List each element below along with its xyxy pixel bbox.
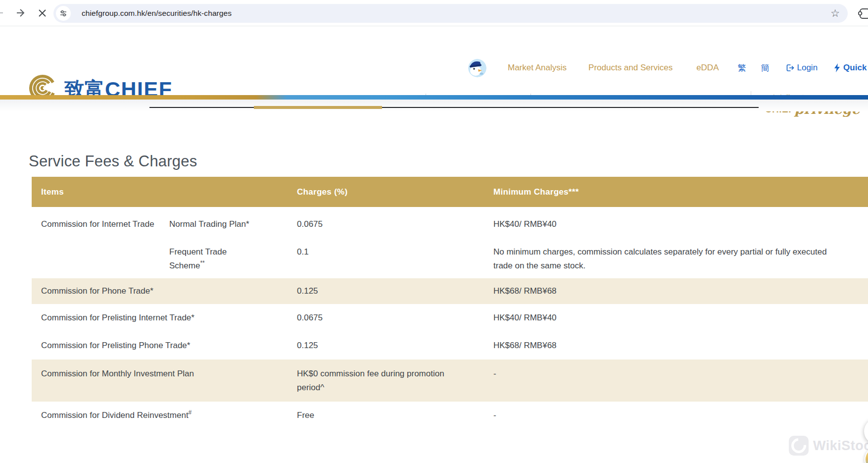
table-subrow: Normal Trading Plan* 0.0675 HK$40/ RMB¥4… <box>169 217 868 245</box>
cell-item: Commission for Internet Trade <box>41 217 160 273</box>
bookmark-star-icon[interactable]: ☆ <box>830 4 840 23</box>
cell-charge: 0.125 <box>297 339 493 353</box>
fees-table: Items Charges (%) Minimum Charges*** Com… <box>32 177 868 430</box>
tab-bar-rule <box>149 107 759 108</box>
cell-minimum: HK$68/ RMB¥68 <box>493 284 840 298</box>
cell-item: Commission for Phone Trade* <box>41 284 297 298</box>
nav-products-services[interactable]: Products and Services <box>588 63 673 73</box>
nav-edda[interactable]: eDDA <box>696 63 719 73</box>
cell-minimum: HK$40/ RMB¥40 <box>493 217 840 245</box>
cell-plan: Frequent Trade Scheme** <box>169 245 248 273</box>
cell-minimum: HK$40/ RMB¥40 <box>493 311 840 325</box>
table-subrow: Frequent Trade Scheme** 0.1 No minimum c… <box>169 245 868 273</box>
superscript: # <box>189 409 192 416</box>
table-row: Commission for Prelisting Internet Trade… <box>32 304 868 332</box>
cell-item: Commission for Monthly Investment Plan <box>41 367 297 395</box>
active-tab-indicator[interactable] <box>254 106 382 109</box>
cell-charge: 0.125 <box>297 284 493 298</box>
cell-minimum: HK$68/ RMB¥68 <box>493 339 840 353</box>
cell-charge: 0.0675 <box>297 217 493 245</box>
watermark: WikiStock <box>789 436 868 456</box>
table-row: Commission for Phone Trade* 0.125 HK$68/… <box>32 278 868 304</box>
col-header-minimum: Minimum Charges*** <box>493 187 868 197</box>
cell-item: Commission for Prelisting Internet Trade… <box>41 311 297 325</box>
col-header-items: Items <box>41 187 297 197</box>
address-bar[interactable]: chiefgroup.com.hk/en/securities/hk-charg… <box>53 4 848 23</box>
url-text[interactable]: chiefgroup.com.hk/en/securities/hk-charg… <box>82 4 232 23</box>
cell-item: Commission for Prelisting Phone Trade* <box>41 339 297 353</box>
nav-market-analysis[interactable]: Market Analysis <box>508 63 567 73</box>
brand-gradient-bar <box>0 95 868 100</box>
cell-minimum: No minimum charges, commission calculate… <box>493 245 840 273</box>
cell-plan: Normal Trading Plan* <box>169 217 297 245</box>
top-nav: Market Analysis Products and Services eD… <box>496 58 868 78</box>
table-row: Commission for Monthly Investment Plan H… <box>32 360 868 402</box>
stop-icon[interactable] <box>36 6 48 19</box>
mascot-avatar[interactable] <box>468 59 486 77</box>
login-exit-icon <box>785 63 794 72</box>
cell-charge: Free <box>297 409 493 423</box>
table-header-row: Items Charges (%) Minimum Charges*** <box>32 177 868 207</box>
table-row: Commission for Prelisting Phone Trade* 0… <box>32 332 868 360</box>
table-row: Commission for Internet Trade Normal Tra… <box>32 207 868 278</box>
table-row: Commission for Dividend Reinvestment# Fr… <box>32 402 868 430</box>
cell-charge: 0.0675 <box>297 311 493 325</box>
col-header-charges: Charges (%) <box>297 187 493 197</box>
cell-minimum: - <box>493 367 840 395</box>
header-shadow <box>0 100 868 111</box>
wikistock-logo-icon <box>789 436 809 456</box>
nav-traditional-chinese[interactable]: 繁 <box>738 62 746 74</box>
site-header: 致富CHIEF Market Analysis Products and Ser… <box>0 26 868 95</box>
cell-charge: 0.1 <box>297 245 493 273</box>
superscript: ** <box>200 259 204 266</box>
nav-login[interactable]: Login <box>785 63 818 73</box>
back-icon[interactable] <box>0 6 5 19</box>
lightning-bolt-icon <box>833 63 841 72</box>
cell-minimum: - <box>493 409 840 423</box>
browser-toolbar: chiefgroup.com.hk/en/securities/hk-charg… <box>0 0 868 26</box>
cell-charge: HK$0 commission fee during promotion per… <box>297 367 493 395</box>
nav-simplified-chinese[interactable]: 簡 <box>761 62 770 74</box>
nav-quick-links[interactable]: Quick Links <box>833 63 868 73</box>
watermark-text: WikiStock <box>813 438 868 454</box>
forward-icon[interactable] <box>15 6 28 19</box>
cell-item: Commission for Dividend Reinvestment# <box>41 409 297 423</box>
page-title: Service Fees & Charges <box>29 152 197 171</box>
site-info-icon[interactable] <box>56 6 71 21</box>
extensions-icon[interactable] <box>858 7 868 20</box>
